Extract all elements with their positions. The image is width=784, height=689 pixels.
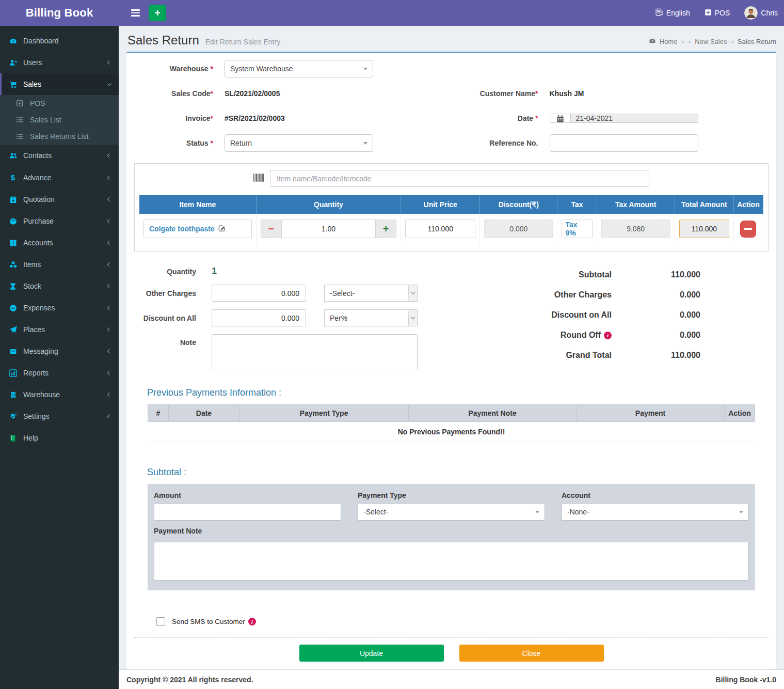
page-footer: Copyright © 2021 All rights reserved. Bi… <box>119 669 784 689</box>
sidebar-toggle-button[interactable] <box>125 0 146 26</box>
gears-icon <box>8 413 18 420</box>
sidebar-item-items[interactable]: Items <box>0 254 119 275</box>
sidebar-item-help[interactable]: Help <box>0 427 119 449</box>
language-label: English <box>666 9 690 17</box>
chevron-left-icon <box>107 60 111 65</box>
warehouse-select[interactable]: System Warehouse <box>225 60 373 77</box>
discount-total-label: Discount on All <box>551 310 612 320</box>
status-label: Status * <box>134 139 225 147</box>
user-menu[interactable]: Chris <box>744 6 778 20</box>
content-header: Sales Return Edit Return Sales Entry Hom… <box>119 26 784 52</box>
sidebar-item-label: Warehouse <box>23 390 103 399</box>
payment-note-label: Payment Note <box>154 527 749 535</box>
sidebar-item-places[interactable]: Places <box>0 319 119 340</box>
tax-link[interactable]: Tax 9% <box>562 220 592 238</box>
chevron-down-icon <box>107 82 111 86</box>
remove-item-button[interactable] <box>740 221 756 238</box>
sidebar-item-settings[interactable]: Settings <box>0 405 119 427</box>
chevron-left-icon <box>107 197 111 201</box>
quantity-decrease-button[interactable]: − <box>261 220 281 238</box>
quick-add-button[interactable]: + <box>149 5 166 21</box>
chevron-left-icon <box>107 327 111 332</box>
quantity-total-label: Quantity <box>134 268 212 276</box>
sidebar-item-purchase[interactable]: Purchase <box>0 210 119 232</box>
sidebar-item-quotation[interactable]: Quotation <box>0 189 119 210</box>
calendar-icon[interactable] <box>550 114 571 122</box>
sidebar-item-dashboard[interactable]: Dashboard <box>0 30 119 52</box>
other-charges-total-label: Other Charges <box>554 290 612 300</box>
column-header: Date <box>169 405 239 422</box>
items-panel: Item Name Quantity Unit Price Discount(₹… <box>134 163 769 252</box>
sidebar-item-stock[interactable]: Stock <box>0 275 119 297</box>
building-icon <box>8 391 18 399</box>
barcode-icon <box>253 174 264 183</box>
navbar: + English POS Chris <box>119 0 784 26</box>
unit-price-input[interactable] <box>405 220 475 238</box>
sidebar-item-sales[interactable]: Sales <box>0 73 119 95</box>
info-icon[interactable]: i <box>604 332 612 339</box>
sidebar-item-contacts[interactable]: Contacts <box>0 145 119 166</box>
sidebar-item-label: Sales List <box>30 116 111 124</box>
charges-form: Quantity 1 Other Charges -Select- Discou… <box>134 266 465 377</box>
chevron-left-icon <box>107 306 111 310</box>
sidebar-item-pos[interactable]: POS <box>0 95 119 112</box>
pos-link[interactable]: POS <box>705 9 730 18</box>
sidebar-item-advance[interactable]: $ Advance <box>0 166 119 189</box>
sales-return-form-box: Warehouse * System Warehouse Sales Code*… <box>126 52 776 669</box>
status-select[interactable]: Return <box>225 134 373 152</box>
date-input[interactable] <box>571 114 698 122</box>
item-search-input[interactable] <box>270 170 649 187</box>
sidebar-item-expenses[interactable]: Expenses <box>0 297 119 319</box>
info-icon[interactable]: i <box>248 618 256 625</box>
discount-type-select[interactable]: Per% <box>324 309 418 326</box>
app-logo[interactable]: Billing Book <box>0 0 119 26</box>
previous-payments-heading: Previous Payments Information : <box>147 387 756 398</box>
column-header: Payment <box>577 405 725 422</box>
account-select[interactable]: -None- <box>562 503 749 521</box>
sidebar-item-users[interactable]: Users <box>0 52 119 73</box>
bar-chart-icon <box>8 369 18 377</box>
breadcrumb-separator: > <box>688 39 691 45</box>
column-header: Discount(₹) <box>480 195 557 214</box>
note-label: Note <box>134 334 212 347</box>
note-textarea[interactable] <box>212 334 418 369</box>
quantity-input[interactable] <box>281 220 376 238</box>
sidebar-item-label: Sales <box>23 80 103 88</box>
header-form: Warehouse * System Warehouse Sales Code*… <box>134 60 769 152</box>
payment-entry-panel: Amount Payment Type -Select- Account <box>148 484 755 590</box>
close-button[interactable]: Close <box>459 645 604 662</box>
payment-note-textarea[interactable] <box>154 542 749 581</box>
sales-code-value: SL/2021/02/0005 <box>225 89 280 98</box>
sidebar-item-accounts[interactable]: Accounts <box>0 232 119 254</box>
sidebar-item-sales-list[interactable]: Sales List <box>0 112 119 128</box>
other-charges-input[interactable] <box>212 285 306 302</box>
sidebar-item-label: Sales Returns List <box>30 132 111 140</box>
breadcrumb-home[interactable]: Home <box>660 38 678 45</box>
sidebar-item-sales-returns-list[interactable]: Sales Returns List <box>0 128 119 145</box>
account-label: Account <box>562 491 749 499</box>
other-charges-select-value: -Select- <box>330 289 355 297</box>
sidebar-item-reports[interactable]: Reports <box>0 362 119 384</box>
quantity-increase-button[interactable]: + <box>376 220 396 238</box>
reference-input[interactable] <box>550 134 698 152</box>
send-sms-checkbox[interactable] <box>156 617 165 626</box>
amount-input[interactable] <box>154 503 341 521</box>
totals-summary: Subtotal 110.000 Other Charges 0.000 Dis… <box>465 266 769 377</box>
column-header: Quantity <box>256 195 401 214</box>
chevron-left-icon <box>107 175 111 179</box>
breadcrumb-new-sales[interactable]: New Sales <box>695 38 727 45</box>
date-field <box>550 114 698 123</box>
sidebar-item-warehouse[interactable]: Warehouse <box>0 384 119 405</box>
update-button[interactable]: Update <box>299 645 444 662</box>
item-name-link[interactable]: Colgate toothpaste <box>149 225 226 233</box>
discount-on-all-input[interactable] <box>212 309 306 326</box>
payment-type-select[interactable]: -Select- <box>358 503 545 521</box>
discount-on-all-label: Discount on All <box>134 314 212 322</box>
caret-down-icon <box>363 68 367 70</box>
other-charges-select[interactable]: -Select- <box>324 285 418 302</box>
chevron-left-icon <box>107 153 111 158</box>
subtotal-label: Subtotal <box>579 270 612 279</box>
sidebar-item-messaging[interactable]: Messaging <box>0 340 119 362</box>
column-header: Tax <box>557 195 597 214</box>
language-menu[interactable]: English <box>655 8 690 18</box>
